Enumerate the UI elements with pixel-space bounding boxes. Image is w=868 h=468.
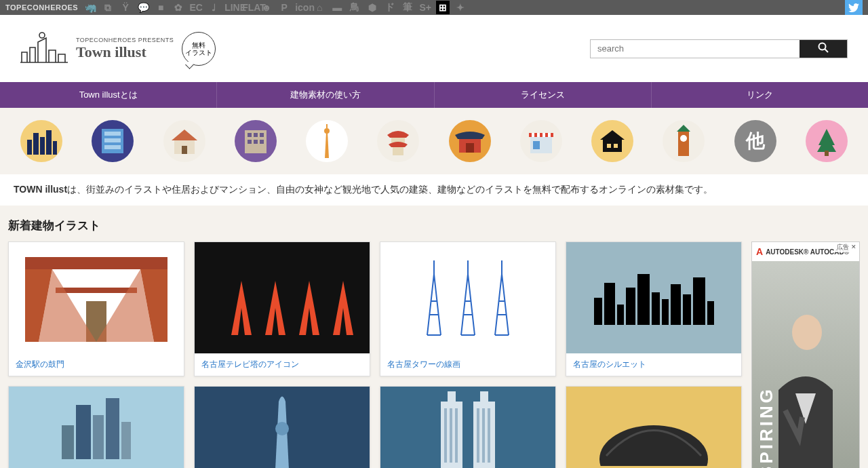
category-shrine[interactable] — [449, 120, 491, 162]
card-title: 金沢駅の鼓門 — [9, 353, 184, 376]
svg-rect-32 — [533, 141, 540, 149]
card-twin-towers[interactable] — [380, 386, 556, 468]
topbar-site-icon[interactable]: ♩ — [207, 2, 220, 13]
ad-sidebar[interactable]: 広告 ✕ AAUTODESK® AUTOCAD® SPIRING — [751, 241, 860, 468]
ad-person-icon — [765, 302, 846, 468]
topbar-site-icon[interactable]: LINE — [224, 2, 238, 13]
svg-rect-24 — [393, 147, 403, 155]
category-other[interactable]: 他 — [734, 120, 776, 162]
svg-rect-54 — [482, 408, 485, 463]
topbar-site-icon[interactable]: ⌂ — [313, 2, 326, 13]
category-clocktower[interactable] — [663, 120, 705, 162]
nav-link[interactable]: リンク — [652, 82, 868, 108]
card-kanazawa[interactable]: 金沢駅の鼓門 — [8, 241, 184, 376]
svg-point-37 — [680, 135, 687, 142]
card-nagoya-line[interactable]: 名古屋タワーの線画 — [380, 241, 556, 376]
topbar-site-icon[interactable]: ✿ — [172, 2, 185, 13]
card-title: 名古屋タワーの線画 — [380, 353, 555, 376]
card-nagoya-sil[interactable]: 名古屋のシルエット — [566, 241, 742, 376]
svg-rect-48 — [448, 391, 456, 402]
card-tower-2[interactable] — [194, 386, 370, 468]
svg-line-2 — [825, 50, 829, 53]
topbar-site-icon[interactable]: FLAT — [242, 2, 256, 13]
svg-rect-15 — [248, 133, 252, 137]
topbar-site-icon[interactable]: EC — [189, 2, 203, 13]
ad-label[interactable]: 広告 ✕ — [834, 242, 859, 252]
svg-rect-35 — [614, 144, 618, 148]
svg-rect-27 — [532, 133, 534, 137]
logo[interactable]: TOPECONHEROES PRESENTS Town illust 無料 イラ… — [20, 28, 216, 69]
topbar-site-icon[interactable]: ▬ — [330, 2, 344, 13]
svg-rect-11 — [104, 145, 121, 149]
topbar-site-icon[interactable]: ■ — [154, 2, 167, 13]
category-house[interactable] — [163, 120, 205, 162]
svg-point-45 — [275, 422, 289, 435]
nav-link[interactable]: 建物素材の使い方 — [217, 82, 434, 108]
svg-rect-53 — [477, 408, 479, 463]
svg-rect-6 — [46, 130, 52, 155]
topbar-site-icon[interactable]: icon — [295, 2, 309, 13]
search-button[interactable] — [800, 40, 847, 58]
svg-rect-50 — [444, 408, 447, 463]
card-city-1[interactable] — [8, 386, 184, 468]
svg-rect-17 — [260, 133, 264, 137]
svg-rect-30 — [548, 133, 551, 137]
search-input[interactable] — [591, 40, 800, 58]
card-title: 名古屋のシルエット — [566, 353, 741, 376]
topbar-site-icon[interactable]: ✦ — [454, 2, 467, 13]
topbar-site-icon[interactable]: 💬 — [136, 2, 150, 13]
svg-rect-7 — [53, 141, 57, 155]
topbar-site-icon[interactable]: ⬢ — [366, 2, 379, 13]
svg-point-0 — [39, 33, 45, 38]
svg-rect-52 — [455, 408, 458, 463]
svg-point-57 — [792, 315, 822, 350]
category-temple[interactable] — [377, 120, 419, 162]
svg-rect-28 — [537, 133, 540, 137]
topbar-site-icon[interactable]: P — [277, 2, 291, 13]
nav-link[interactable]: Town illustとは — [0, 82, 217, 108]
svg-rect-49 — [480, 391, 488, 402]
category-tower[interactable] — [306, 120, 348, 162]
intro-text: TOWN illustは、街並みのイラストや住居およびマンション、自由の女神など… — [0, 174, 868, 206]
category-building-blue[interactable] — [92, 120, 134, 162]
topbar: TOPECONHEROES 🦏⧉Ÿ💬■✿EC♩LINEFLAT☻Picon⌂▬鳥… — [0, 0, 868, 15]
svg-rect-33 — [603, 140, 622, 152]
ad-vertical-text: SPIRING — [756, 387, 777, 468]
topbar-site-icon[interactable]: ⧉ — [101, 2, 115, 14]
category-tree[interactable] — [806, 120, 848, 162]
category-skyline[interactable] — [20, 120, 62, 162]
svg-rect-20 — [260, 140, 264, 144]
category-apartment[interactable] — [235, 120, 277, 162]
svg-point-21 — [324, 128, 330, 134]
svg-rect-38 — [825, 151, 829, 156]
category-black-house[interactable] — [591, 120, 633, 162]
category-shop[interactable] — [520, 120, 562, 162]
section-title: 新着建物イラスト — [0, 206, 868, 241]
svg-rect-10 — [104, 138, 121, 142]
svg-rect-39 — [25, 257, 167, 269]
topbar-site-icon[interactable]: 🦏 — [83, 2, 97, 13]
logo-tagline: TOPECONHEROES PRESENTS — [76, 37, 174, 43]
topbar-site-icon[interactable]: ⊞ — [436, 1, 450, 14]
svg-rect-5 — [40, 137, 45, 155]
svg-rect-19 — [254, 140, 258, 144]
card-grid: 金沢駅の鼓門 名古屋テレビ塔のアイコン 名古屋タワーの線画 — [8, 241, 742, 468]
topbar-site-icon[interactable]: ☻ — [260, 2, 273, 13]
topbar-site-icon[interactable]: 筆 — [401, 1, 414, 14]
twitter-button[interactable] — [845, 0, 863, 15]
search-form — [590, 39, 848, 58]
topbar-site-icon[interactable]: ド — [383, 1, 397, 14]
card-dome[interactable] — [566, 386, 742, 468]
logo-sketch-icon — [20, 28, 68, 69]
logo-title: Town illust — [76, 43, 174, 61]
svg-rect-34 — [607, 144, 611, 148]
topbar-site-icon[interactable]: 鳥 — [348, 1, 361, 14]
topbar-site-icon[interactable]: Ÿ — [119, 2, 132, 13]
card-nagoya-tv[interactable]: 名古屋テレビ塔のアイコン — [194, 241, 370, 376]
svg-rect-29 — [542, 133, 545, 137]
svg-rect-41 — [56, 288, 137, 293]
nav-link[interactable]: ライセンス — [435, 82, 652, 108]
topbar-brand: TOPECONHEROES — [5, 3, 78, 12]
topbar-site-icon[interactable]: S+ — [418, 2, 432, 13]
svg-rect-13 — [182, 146, 187, 154]
